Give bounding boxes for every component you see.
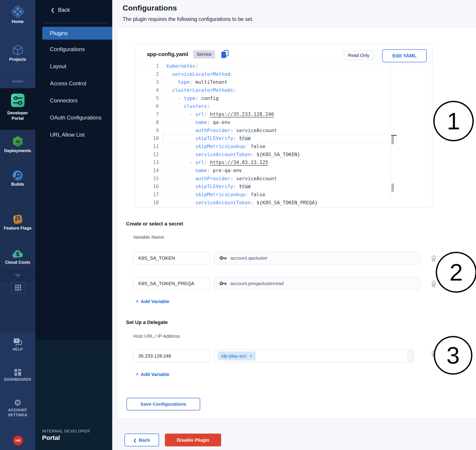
feature-flags-icon bbox=[13, 214, 23, 225]
sidebar-label-home: Home bbox=[0, 19, 35, 24]
line-number: 3 bbox=[135, 78, 163, 86]
line-number: 18 bbox=[135, 199, 163, 207]
code-line-13: 13 - url: https://34.83.13.125 bbox=[135, 158, 432, 166]
sidebar-label-help: HELP bbox=[0, 347, 35, 352]
code-line-9: 9 authProvider: serviceAccount bbox=[135, 126, 432, 135]
line-number: 8 bbox=[135, 118, 163, 126]
line-number: 16 bbox=[135, 183, 163, 190]
harness-logo-icon bbox=[12, 6, 24, 19]
chevron-down-icon[interactable] bbox=[14, 274, 21, 278]
line-number: 17 bbox=[135, 190, 163, 199]
app-root: Configurations The plugin requires the f… bbox=[0, 0, 476, 450]
sidebar-item-feature-flags[interactable]: Feature Flags bbox=[0, 214, 35, 231]
brand: INTERNAL DEVELOPER Portal bbox=[42, 429, 90, 441]
sidebar-label-cloud-costs: Cloud Costs bbox=[0, 260, 35, 265]
deployments-icon: ∞ bbox=[12, 136, 24, 148]
line-number: 5 bbox=[135, 94, 163, 102]
help-chat-icon: ? bbox=[13, 338, 22, 347]
variable-name-input-2[interactable] bbox=[133, 277, 210, 290]
sidebar-label-developer-portal: Developer Portal bbox=[6, 110, 30, 121]
code-line-14: 14 name: pre-qa-env bbox=[135, 166, 432, 175]
code-line-5: 5 - type: config bbox=[135, 94, 432, 102]
read-only-button[interactable]: Read Only bbox=[344, 51, 374, 60]
projects-cube-icon bbox=[12, 45, 24, 57]
nav-item-oauth-configurations[interactable]: OAuth Configurations bbox=[50, 109, 111, 126]
code-line-16: 16 skipTLSVerify: true bbox=[135, 183, 432, 190]
nav-item-connectors[interactable]: Connectors bbox=[50, 92, 111, 109]
plus-icon: + bbox=[135, 371, 139, 377]
add-delegate-link[interactable]: +Add Variable bbox=[135, 371, 169, 377]
page-subtitle: The plugin requires the following config… bbox=[123, 16, 253, 22]
sidebar-item-help[interactable]: ? HELP bbox=[0, 338, 35, 352]
code-line-15: 15 authProvider: serviceAccount bbox=[135, 175, 432, 183]
scrollbar-thumb[interactable] bbox=[391, 136, 394, 144]
sidebar-item-home[interactable]: Home bbox=[0, 6, 35, 24]
line-number: 11 bbox=[135, 142, 163, 151]
line-number: 6 bbox=[135, 102, 163, 110]
delegate-heading: Set Up a Delegate bbox=[126, 320, 168, 325]
module-picker-button[interactable] bbox=[11, 282, 25, 293]
host-url-label: Host URL / IP Address bbox=[133, 333, 180, 339]
host-url-input[interactable] bbox=[133, 349, 210, 362]
back-button-label: Back bbox=[139, 437, 150, 443]
service-badge: Service bbox=[193, 50, 215, 59]
code-line-3: 3 type: multiTenant bbox=[135, 78, 432, 86]
add-variable-link[interactable]: +Add Variable bbox=[135, 298, 169, 304]
back-button[interactable]: ❮Back bbox=[124, 434, 159, 446]
delete-variable-icon-2[interactable] bbox=[431, 280, 437, 288]
nav-item-configurations[interactable]: Configurations bbox=[50, 41, 111, 58]
line-number: 15 bbox=[135, 175, 163, 183]
svg-text:?: ? bbox=[16, 339, 17, 343]
rail-modules-section bbox=[0, 130, 35, 333]
line-number: 7 bbox=[135, 110, 163, 118]
sidebar-item-dashboards[interactable]: DASHBOARDS bbox=[0, 368, 35, 382]
variable-name-label: Variable Name bbox=[133, 234, 164, 240]
brand-line2: Portal bbox=[42, 434, 90, 441]
line-number: 14 bbox=[135, 166, 163, 175]
chevron-left-icon: ❮ bbox=[51, 7, 55, 13]
annotation-circle-2: 2 bbox=[436, 252, 476, 293]
secret-reference-text: account.qacluster bbox=[230, 255, 267, 261]
nav-item-plugins[interactable]: Plugins bbox=[42, 27, 112, 40]
line-number: 1 bbox=[135, 64, 163, 70]
module-rail: Home Projects bbox=[0, 0, 35, 450]
code-line-7: 7 - url: https://35.233.128.246 bbox=[135, 110, 432, 118]
grid-icon bbox=[15, 285, 21, 291]
collapse-handle-icon[interactable] bbox=[12, 81, 24, 82]
brand-line1: INTERNAL DEVELOPER bbox=[42, 429, 90, 433]
yaml-filename: app-config.yaml bbox=[147, 51, 188, 57]
add-variable-label: Add Variable bbox=[141, 299, 169, 304]
delegate-tag-chip: idp-play-acc ✕ bbox=[218, 351, 256, 361]
sidebar-item-deployments[interactable]: ∞ Deployments bbox=[0, 136, 35, 154]
copy-icon[interactable] bbox=[221, 50, 229, 59]
nav-item-plugins-label: Plugins bbox=[50, 30, 68, 36]
avatar[interactable]: HM bbox=[13, 436, 23, 445]
edit-yaml-button[interactable]: Edit YAML bbox=[382, 49, 427, 62]
code-line-2: 2 serviceLocatorMethod: bbox=[135, 70, 432, 78]
save-configurations-button[interactable]: Save Configurations bbox=[126, 398, 200, 410]
code-line-8: 8 name: qa-env bbox=[135, 118, 432, 126]
nav-item-url-allow-list[interactable]: URL Allow List bbox=[50, 126, 111, 143]
secret-select-2[interactable]: account.preqaclusterread bbox=[214, 277, 420, 290]
nav-item-layout[interactable]: Layout bbox=[50, 58, 111, 75]
code-lines: 1kubernetes:2 serviceLocatorMethod:3 typ… bbox=[135, 64, 432, 207]
code-line-11: 11 skipMetricsLookup: false bbox=[135, 142, 432, 151]
secret-select-1[interactable]: account.qacluster bbox=[214, 252, 420, 264]
sidebar-item-account-settings[interactable]: ⚙ ACCOUNT SETTINGS bbox=[0, 398, 35, 418]
sidebar-item-developer-portal[interactable]: Developer Portal bbox=[0, 93, 35, 121]
nav-item-access-control[interactable]: Access Control bbox=[50, 75, 111, 92]
sidebar-item-cloud-costs[interactable]: $ Cloud Costs bbox=[0, 249, 35, 265]
code-line-12: 12 serviceAccountToken: ${K8S_SA_TOKEN} bbox=[135, 151, 432, 159]
disable-plugin-button[interactable]: Disable Plugin bbox=[165, 434, 221, 446]
sidebar-item-projects[interactable]: Projects bbox=[0, 45, 35, 62]
remove-tag-icon[interactable]: ✕ bbox=[249, 354, 253, 358]
sidebar-item-builds[interactable]: Builds bbox=[0, 170, 35, 187]
rail-chevron-band bbox=[0, 270, 35, 281]
line-number: 2 bbox=[135, 70, 163, 78]
delete-variable-icon-1[interactable] bbox=[431, 255, 437, 262]
variable-name-input-1[interactable] bbox=[133, 252, 210, 264]
rail-divider bbox=[0, 76, 35, 76]
delegate-tags-field[interactable]: idp-play-acc ✕ bbox=[214, 349, 414, 362]
scrollbar-mark[interactable] bbox=[391, 184, 394, 192]
back-nav[interactable]: ❮Back bbox=[51, 7, 70, 13]
